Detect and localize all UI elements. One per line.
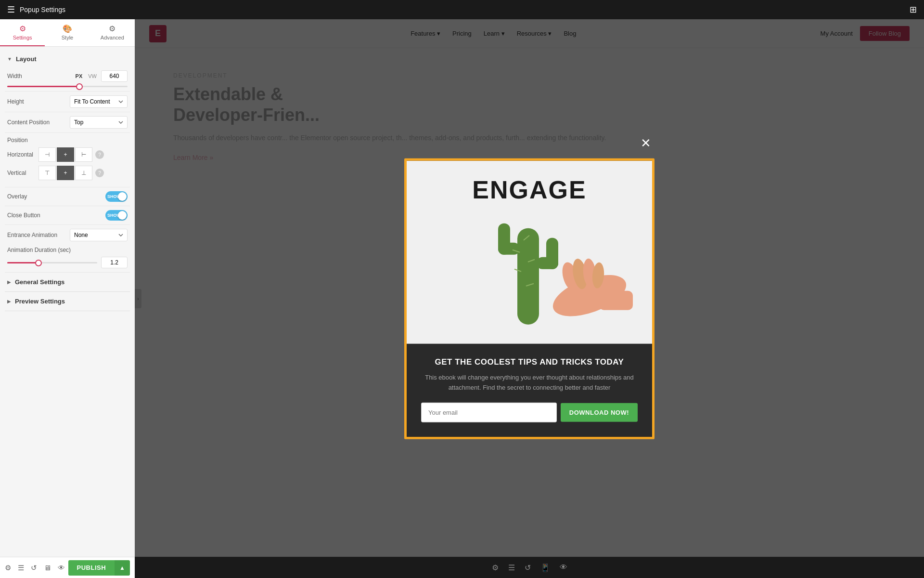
- popup-email-input[interactable]: [421, 402, 557, 422]
- popup-image-section: ENGAGE: [407, 161, 652, 344]
- content-position-label: Content Position: [7, 119, 50, 126]
- preview-settings-label: Preview Settings: [15, 298, 65, 305]
- sidebar-tabs: ⚙ Settings 🎨 Style ⚙ Advanced: [0, 19, 135, 47]
- vertical-row: Vertical ⊤ + ⊥ ?: [7, 166, 128, 180]
- height-row: Height Fit To Content: [5, 92, 130, 112]
- close-button-toggle[interactable]: SHOW: [105, 210, 128, 221]
- popup-wrapper: ENGAGE: [404, 158, 654, 439]
- canvas-tablet-icon[interactable]: 📱: [540, 563, 550, 572]
- layers-icon[interactable]: ☰: [18, 564, 24, 572]
- general-settings-label: General Settings: [15, 278, 64, 286]
- tab-style-label: Style: [62, 35, 73, 40]
- animation-section: Entrance Animation None Animation Durati…: [5, 225, 130, 273]
- advanced-tab-icon: ⚙: [109, 24, 116, 33]
- settings-tab-icon: ⚙: [19, 24, 26, 33]
- popup-cactus-svg: [407, 161, 652, 344]
- popup-content-section: GET THE COOLEST TIPS AND TRICKS TODAY Th…: [407, 344, 652, 437]
- entrance-animation-row: Entrance Animation None: [7, 229, 128, 241]
- sidebar-content: ▼ Layout Width PX VW: [0, 47, 135, 557]
- horizontal-row: Horizontal ⊣ + ⊢ ?: [7, 147, 128, 162]
- sidebar-bottom-icons: ⚙ ☰ ↺ 🖥 👁: [5, 564, 65, 572]
- content-position-row: Content Position Top: [5, 112, 130, 133]
- preview-settings-arrow-icon: ▶: [7, 299, 11, 304]
- animation-duration-label-row: Animation Duration (sec): [7, 245, 128, 254]
- close-toggle-knob: [118, 211, 127, 220]
- popup-close-button[interactable]: ✕: [637, 134, 654, 152]
- vertical-info-icon[interactable]: ?: [95, 169, 104, 177]
- horizontal-info-icon[interactable]: ?: [95, 150, 104, 159]
- history-icon[interactable]: ↺: [31, 564, 37, 572]
- canvas-eye-icon[interactable]: 👁: [560, 563, 567, 572]
- popup-container: ✕ ENGAGE: [404, 158, 654, 439]
- layout-arrow-icon: ▼: [7, 56, 12, 62]
- layout-section-header[interactable]: ▼ Layout: [5, 52, 130, 66]
- svg-rect-0: [517, 228, 539, 325]
- align-center-button[interactable]: +: [57, 147, 74, 162]
- horizontal-label: Horizontal: [7, 151, 38, 158]
- width-input[interactable]: [101, 70, 128, 82]
- publish-button-group: PUBLISH ▲: [68, 560, 130, 576]
- hamburger-icon[interactable]: ☰: [7, 4, 15, 15]
- grid-icon[interactable]: ⊞: [910, 4, 917, 15]
- duration-slider[interactable]: [7, 262, 97, 263]
- preview-settings-section[interactable]: ▶ Preview Settings: [5, 292, 130, 311]
- tab-settings[interactable]: ⚙ Settings: [0, 19, 45, 46]
- position-section: Position Horizontal ⊣ + ⊢ ? Vertical: [5, 133, 130, 187]
- align-right-button[interactable]: ⊢: [75, 147, 92, 162]
- style-tab-icon: 🎨: [63, 24, 72, 33]
- general-settings-section[interactable]: ▶ General Settings: [5, 273, 130, 292]
- popup-subtext: This ebook will change everything you ev…: [421, 373, 638, 393]
- canvas-history-icon[interactable]: ↺: [525, 563, 531, 572]
- close-button-label: Close Button: [7, 212, 40, 219]
- align-left-button[interactable]: ⊣: [38, 147, 56, 162]
- preview-icon[interactable]: 👁: [58, 564, 65, 572]
- canvas-bottom-toolbar: ⚙ ☰ ↺ 📱 👁: [135, 557, 924, 578]
- overlay-row: Overlay SHOW: [5, 187, 130, 206]
- responsive-icon[interactable]: 🖥: [44, 564, 51, 572]
- height-select[interactable]: Fit To Content: [70, 95, 128, 108]
- vertical-label: Vertical: [7, 170, 38, 176]
- sidebar: ⚙ Settings 🎨 Style ⚙ Advanced ▼ Layout: [0, 19, 135, 578]
- overlay-toggle[interactable]: SHOW: [105, 191, 128, 202]
- svg-rect-15: [599, 291, 633, 310]
- publish-button[interactable]: PUBLISH: [68, 560, 115, 576]
- overlay-label: Overlay: [7, 193, 27, 200]
- align-bottom-button[interactable]: ⊥: [75, 166, 92, 180]
- horizontal-align-group: ⊣ + ⊢: [38, 147, 92, 162]
- width-slider[interactable]: [7, 86, 128, 87]
- unit-vw[interactable]: VW: [86, 73, 99, 79]
- duration-input[interactable]: [101, 257, 128, 268]
- vertical-align-group: ⊤ + ⊥: [38, 166, 92, 180]
- entrance-animation-select[interactable]: None: [70, 229, 128, 241]
- content-position-select[interactable]: Top: [70, 116, 128, 129]
- width-label: Width: [7, 73, 46, 79]
- popup-download-button[interactable]: DOWNLOAD NOW!: [561, 403, 638, 421]
- top-bar: ☰ Popup Settings ⊞: [0, 0, 924, 19]
- entrance-animation-label: Entrance Animation: [7, 232, 57, 238]
- width-row: Width PX VW: [5, 66, 130, 92]
- publish-arrow-button[interactable]: ▲: [115, 560, 130, 576]
- canvas-area: E Features ▾ Pricing Learn ▾ Resources ▾…: [135, 19, 924, 578]
- popup-headline: GET THE COOLEST TIPS AND TRICKS TODAY: [421, 357, 638, 367]
- general-settings-arrow-icon: ▶: [7, 279, 11, 285]
- position-label: Position: [7, 137, 128, 144]
- canvas-settings-icon[interactable]: ⚙: [492, 563, 499, 572]
- overlay-toggle-knob: [118, 192, 127, 201]
- close-button-row: Close Button SHOW: [5, 206, 130, 225]
- top-bar-title: Popup Settings: [20, 6, 65, 13]
- settings-icon[interactable]: ⚙: [5, 564, 11, 572]
- height-label: Height: [7, 98, 46, 105]
- svg-rect-2: [498, 223, 510, 255]
- animation-duration-row: [7, 257, 128, 268]
- tab-style[interactable]: 🎨 Style: [45, 19, 90, 46]
- tab-advanced-label: Advanced: [101, 35, 124, 40]
- align-top-button[interactable]: ⊤: [38, 166, 56, 180]
- animation-duration-label: Animation Duration (sec): [7, 247, 71, 253]
- sidebar-bottom-toolbar: ⚙ ☰ ↺ 🖥 👁 PUBLISH ▲: [0, 557, 135, 578]
- unit-px[interactable]: PX: [74, 73, 85, 79]
- tab-advanced[interactable]: ⚙ Advanced: [90, 19, 135, 46]
- canvas-layers-icon[interactable]: ☰: [508, 563, 515, 572]
- svg-rect-4: [546, 238, 558, 269]
- align-middle-button[interactable]: +: [57, 166, 74, 180]
- popup-form-row: DOWNLOAD NOW!: [421, 402, 638, 422]
